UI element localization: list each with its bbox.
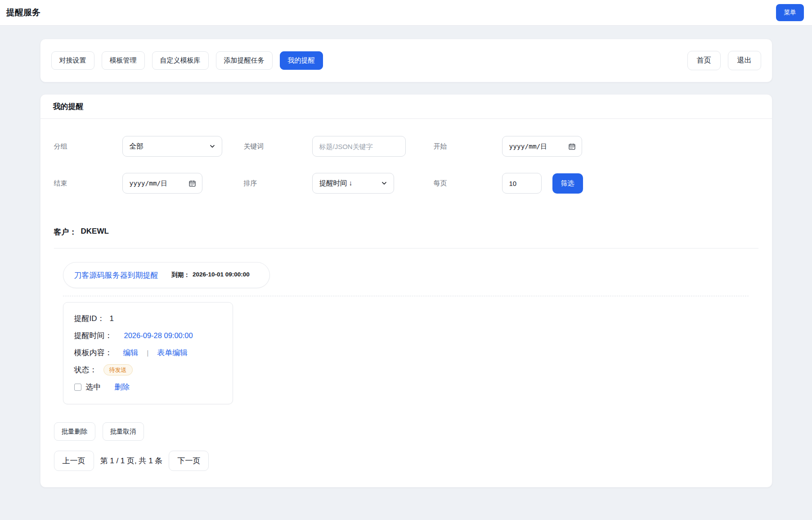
status-label: 状态： — [74, 365, 97, 375]
edit-link[interactable]: 编辑 — [123, 348, 139, 358]
select-row: 选中 删除 — [74, 380, 222, 393]
reminder-id-row: 提醒ID： 1 — [74, 312, 222, 325]
tab-connection-settings[interactable]: 对接设置 — [51, 51, 94, 70]
pagination: 上一页 第 1 / 1 页, 共 1 条 下一页 — [54, 451, 758, 471]
sort-select[interactable]: 提醒时间 ↓ — [312, 173, 394, 194]
keyword-label: 关键词 — [244, 142, 312, 151]
batch-actions: 批量删除 批量取消 — [54, 422, 758, 441]
sort-label: 排序 — [244, 179, 312, 188]
calendar-icon[interactable] — [188, 180, 196, 187]
group-label: 分组 — [54, 142, 122, 151]
chevron-down-icon — [381, 180, 388, 187]
app-title: 提醒服务 — [6, 7, 40, 18]
group-select[interactable]: 全部 — [122, 136, 222, 157]
due-info: 到期： 2026-10-01 09:00:00 — [172, 271, 250, 279]
my-reminders-panel: 我的提醒 分组 全部 关键词 开始 yyyy/mm/日 — [40, 94, 772, 488]
reminder-id-value: 1 — [110, 314, 114, 323]
reminder-group-title-link[interactable]: 刀客源码服务器到期提醒 — [74, 270, 158, 280]
delete-link[interactable]: 删除 — [115, 382, 130, 392]
keyword-input[interactable] — [312, 136, 406, 157]
template-content-label: 模板内容： — [74, 348, 112, 358]
reminder-card: 提醒ID： 1 提醒时间： 2026-09-28 09:00:00 模板内容： … — [63, 302, 233, 404]
form-edit-link[interactable]: 表单编辑 — [157, 348, 188, 358]
status-row: 状态： 待发送 — [74, 363, 222, 376]
home-button[interactable]: 首页 — [687, 51, 721, 70]
page-size-label: 每页 — [434, 179, 502, 188]
customer-label: 客户： — [54, 227, 77, 237]
batch-cancel-button[interactable]: 批量取消 — [103, 422, 144, 441]
select-label: 选中 — [86, 382, 101, 392]
prev-page-button[interactable]: 上一页 — [54, 451, 94, 471]
due-time: 2026-10-01 09:00:00 — [193, 271, 250, 279]
filter-form: 分组 全部 关键词 开始 yyyy/mm/日 结束 — [54, 136, 758, 194]
end-date-input[interactable]: yyyy/mm/日 — [122, 173, 202, 194]
reminder-id-label: 提醒ID： — [74, 313, 105, 324]
page-container: 对接设置 模板管理 自定义模板库 添加提醒任务 我的提醒 首页 退出 我的提醒 … — [40, 39, 772, 488]
page-info: 第 1 / 1 页, 共 1 条 — [100, 456, 163, 466]
batch-delete-button[interactable]: 批量删除 — [54, 422, 95, 441]
nav-right-actions: 首页 退出 — [687, 51, 761, 70]
dashed-divider — [63, 296, 749, 296]
customer-heading: 客户： DKEWL — [54, 227, 758, 249]
nav-tabs: 对接设置 模板管理 自定义模板库 添加提醒任务 我的提醒 — [51, 51, 323, 70]
reminder-time-row: 提醒时间： 2026-09-28 09:00:00 — [74, 329, 222, 342]
customer-content: 刀客源码服务器到期提醒 到期： 2026-10-01 09:00:00 提醒ID… — [63, 249, 749, 404]
tab-custom-template-library[interactable]: 自定义模板库 — [152, 51, 209, 70]
due-label: 到期： — [172, 271, 190, 279]
group-select-value: 全部 — [130, 142, 144, 151]
sort-select-value: 提醒时间 ↓ — [319, 179, 353, 188]
start-date-label: 开始 — [434, 142, 502, 151]
end-date-value: yyyy/mm/日 — [130, 179, 167, 188]
page-size-cell: 筛选 — [502, 173, 758, 194]
start-date-value: yyyy/mm/日 — [509, 142, 547, 151]
end-date-label: 结束 — [54, 179, 122, 188]
chevron-down-icon — [209, 143, 216, 150]
template-content-row: 模板内容： 编辑 | 表单编辑 — [74, 346, 222, 359]
calendar-icon[interactable] — [568, 143, 576, 150]
next-page-button[interactable]: 下一页 — [169, 451, 209, 471]
start-date-input[interactable]: yyyy/mm/日 — [502, 136, 582, 157]
tab-add-reminder-task[interactable]: 添加提醒任务 — [216, 51, 273, 70]
status-badge: 待发送 — [103, 364, 133, 376]
customer-name: DKEWL — [81, 227, 109, 237]
panel-title: 我的提醒 — [40, 95, 772, 119]
page-size-input[interactable] — [502, 173, 542, 194]
reminder-time-link[interactable]: 2026-09-28 09:00:00 — [124, 331, 193, 340]
nav-card: 对接设置 模板管理 自定义模板库 添加提醒任务 我的提醒 首页 退出 — [40, 39, 772, 82]
tab-template-management[interactable]: 模板管理 — [102, 51, 145, 70]
select-checkbox[interactable] — [74, 384, 81, 391]
top-bar: 提醒服务 菜单 — [0, 0, 812, 26]
tab-my-reminders[interactable]: 我的提醒 — [280, 51, 323, 70]
reminder-time-label: 提醒时间： — [74, 330, 112, 341]
logout-button[interactable]: 退出 — [728, 51, 761, 70]
menu-button[interactable]: 菜单 — [776, 4, 804, 21]
link-separator: | — [147, 349, 149, 357]
filter-button[interactable]: 筛选 — [552, 173, 583, 194]
reminder-group-pill: 刀客源码服务器到期提醒 到期： 2026-10-01 09:00:00 — [63, 262, 270, 288]
